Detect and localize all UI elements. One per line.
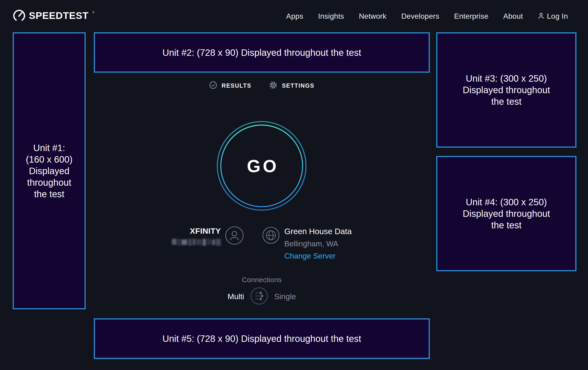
tab-results[interactable]: RESULTS bbox=[209, 81, 252, 90]
server-location: Bellingham, WA bbox=[284, 239, 338, 249]
ad-unit-1-text: Unit #1:(160 x 600)Displayedthroughoutth… bbox=[26, 142, 73, 200]
ad-unit-4-text: Unit #4: (300 x 250)Displayed throughout… bbox=[462, 196, 550, 231]
isp-info: XFINITY bbox=[172, 227, 244, 245]
ad-unit-5[interactable]: Unit #5: (728 x 90) Displayed throughout… bbox=[94, 318, 430, 359]
ad-unit-1[interactable]: Unit #1:(160 x 600)Displayedthroughoutth… bbox=[13, 32, 86, 309]
nav-item-network[interactable]: Network bbox=[359, 12, 386, 20]
connections-single-option[interactable]: Single bbox=[274, 292, 296, 301]
gauge-logo-icon bbox=[13, 9, 26, 23]
go-button-label: GO bbox=[216, 121, 307, 211]
top-nav: SPEEDTEST ® Apps Insights Network Develo… bbox=[13, 0, 568, 32]
ad-unit-3-text: Unit #3: (300 x 250)Displayed throughout… bbox=[462, 73, 550, 107]
ad-unit-2[interactable]: Unit #2: (728 x 90) Displayed throughout… bbox=[94, 32, 430, 73]
tab-settings-label: SETTINGS bbox=[282, 82, 314, 89]
connections-label: Connections bbox=[94, 276, 430, 284]
connections-toggle-icon[interactable] bbox=[250, 287, 268, 306]
ad-unit-5-text: Unit #5: (728 x 90) Displayed throughout… bbox=[162, 333, 361, 344]
nav-item-developers[interactable]: Developers bbox=[401, 12, 439, 20]
nav-item-enterprise[interactable]: Enterprise bbox=[454, 12, 488, 20]
trademark-mark: ® bbox=[92, 11, 94, 14]
login-label: Log In bbox=[547, 12, 568, 20]
tabs-bar: RESULTS SETTINGS bbox=[94, 81, 430, 90]
user-icon bbox=[538, 12, 545, 20]
isp-ip-redacted bbox=[172, 239, 221, 246]
globe-icon bbox=[262, 227, 280, 245]
avatar-icon bbox=[225, 226, 244, 246]
server-name: Green House Data bbox=[284, 227, 352, 236]
brand-name: SPEEDTEST bbox=[29, 9, 89, 22]
tab-settings[interactable]: SETTINGS bbox=[269, 81, 314, 90]
server-info: Green House Data Bellingham, WA Change S… bbox=[262, 227, 352, 261]
speedtest-logo[interactable]: SPEEDTEST ® bbox=[13, 9, 94, 23]
ad-unit-4[interactable]: Unit #4: (300 x 250)Displayed throughout… bbox=[436, 156, 577, 271]
nav-menu: Apps Insights Network Developers Enterpr… bbox=[286, 12, 568, 20]
nav-item-insights[interactable]: Insights bbox=[318, 12, 344, 20]
check-circle-icon bbox=[209, 81, 217, 90]
login-button[interactable]: Log In bbox=[538, 12, 568, 20]
isp-name: XFINITY bbox=[190, 227, 221, 236]
nav-item-apps[interactable]: Apps bbox=[286, 12, 303, 20]
go-button[interactable]: GO bbox=[216, 121, 307, 211]
connection-info-row: XFINITY bbox=[94, 227, 430, 261]
change-server-link[interactable]: Change Server bbox=[284, 251, 336, 261]
ad-unit-3[interactable]: Unit #3: (300 x 250)Displayed throughout… bbox=[436, 32, 577, 148]
ad-unit-2-text: Unit #2: (728 x 90) Displayed throughout… bbox=[162, 47, 361, 58]
nav-item-about[interactable]: About bbox=[503, 12, 523, 20]
connections-multi-option[interactable]: Multi bbox=[228, 292, 244, 301]
tab-results-label: RESULTS bbox=[222, 82, 252, 89]
speedtest-page: SPEEDTEST ® Apps Insights Network Develo… bbox=[0, 0, 588, 370]
connections-toggle-row: Multi Single bbox=[94, 287, 430, 306]
gear-icon bbox=[269, 81, 277, 90]
